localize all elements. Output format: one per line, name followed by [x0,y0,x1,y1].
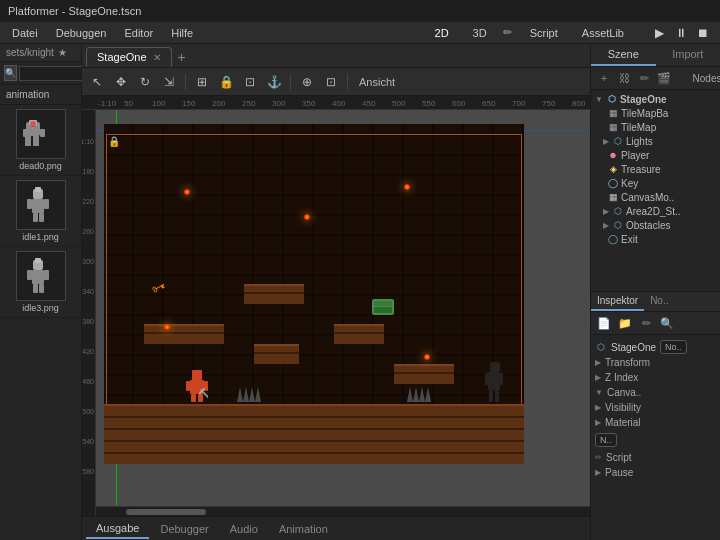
menu-hilfe[interactable]: Hilfe [163,25,201,41]
svg-rect-15 [35,258,41,263]
tab-stageone[interactable]: StageOne ✕ [86,47,172,67]
asset-label-dead0: dead0.png [19,161,62,171]
tab-add-button[interactable]: + [172,47,192,67]
tree-item-treasure[interactable]: ◈ Treasure [591,162,720,176]
pause-button[interactable]: ⏸ [672,24,690,42]
inspector-node-chip[interactable]: No.. [660,340,687,354]
tool-scale[interactable]: ⇲ [158,71,180,93]
svg-rect-64 [191,394,196,402]
inspector-folder-icon[interactable]: 📁 [616,314,634,332]
tool-select[interactable]: ↖ [86,71,108,93]
inspector-n-chip[interactable]: N.. [595,433,617,447]
tree-item-lights[interactable]: ▶ ⬡ Lights [591,134,720,148]
play-controls: ▶ ⏸ ⏹ [650,24,712,42]
svg-rect-5 [40,129,45,137]
mode-script[interactable]: Script [522,25,566,41]
menu-debuggen[interactable]: Debuggen [48,25,115,41]
bottom-tab-audio[interactable]: Audio [220,520,268,538]
asset-path: sets/knight ★ [0,44,81,62]
game-scene[interactable]: 🔒 [104,124,524,464]
asset-item-idle3[interactable]: idle3.png [0,247,81,318]
torch-3 [404,184,410,190]
toolbar-sep-3 [347,74,348,90]
shadow-figure [484,362,504,404]
tab-import[interactable]: Import [656,44,721,66]
tree-item-stageone[interactable]: ▼ ⬡ StageOne [591,92,720,106]
tree-item-tilemapba[interactable]: ▦ TileMapBa [591,106,720,120]
center-panel: StageOne ✕ + ↖ ✥ ↻ ⇲ ⊞ 🔒 ⊡ ⚓ ⊕ ⊡ Ansicht… [82,44,590,540]
horizontal-scrollbar[interactable] [96,506,590,516]
inspector-filter-icon[interactable]: 🔍 [658,314,676,332]
mode-2d[interactable]: 2D [427,25,457,41]
material-arrow: ▶ [595,418,601,427]
asset-item-dead0[interactable]: dead0.png [0,105,81,176]
tree-arrow-lights: ▶ [603,137,609,146]
svg-point-6 [30,121,36,127]
scene-tree-add[interactable]: + [595,69,613,87]
canvas-label: Canva.. [607,387,641,398]
filter-search-icon[interactable]: 🔍 [4,65,17,81]
tree-item-tilemap[interactable]: ▦ TileMap [591,120,720,134]
material-label: Material [605,417,641,428]
svg-rect-16 [32,270,44,284]
scene-tree-chain[interactable]: ⛓ [615,69,633,87]
tree-item-obstacles[interactable]: ▶ ⬡ Obstacles [591,218,720,232]
zindex-arrow: ▶ [595,373,601,382]
inspector-section-transform[interactable]: ▶ Transform [595,355,716,370]
tree-icon-player: ☻ [607,149,619,161]
asset-item-idle1[interactable]: idle1.png [0,176,81,247]
node-chip-label: No.. [665,342,682,352]
tool-rotate[interactable]: ↻ [134,71,156,93]
tree-item-key[interactable]: ◯ Key [591,176,720,190]
tool-lock[interactable]: 🔒 [215,71,237,93]
inspector-tab-inspektor[interactable]: Inspektor [591,292,644,311]
tool-snap[interactable]: ⊞ [191,71,213,93]
back-wall [104,124,524,414]
tool-group[interactable]: ⊡ [239,71,261,93]
tool-extra2[interactable]: ⊡ [320,71,342,93]
stop-button[interactable]: ⏹ [694,24,712,42]
tree-item-exit[interactable]: ◯ Exit [591,232,720,246]
tree-item-canvasmo[interactable]: ▦ CanvasMo.. [591,190,720,204]
tree-label-key: Key [621,178,638,189]
inspector-section-visibility[interactable]: ▶ Visibility [595,400,716,415]
inspector-script-icon[interactable]: ✏ [637,314,655,332]
tree-item-player[interactable]: ☻ Player [591,148,720,162]
pause-label: Pause [605,467,633,478]
svg-text:650: 650 [482,99,496,108]
inspector-file-icon[interactable]: 📄 [595,314,613,332]
tree-label-tilemap: TileMap [621,122,656,133]
svg-marker-52 [237,387,243,402]
tab-close-icon[interactable]: ✕ [153,52,161,63]
mode-3d[interactable]: 3D [465,25,495,41]
mode-assetlib[interactable]: AssetLib [574,25,632,41]
bottom-tab-debugger[interactable]: Debugger [150,520,218,538]
svg-text:580: 580 [82,468,94,475]
menu-editor[interactable]: Editor [116,25,161,41]
inspector-tab-node[interactable]: No.. [644,292,674,311]
bottom-tab-animation[interactable]: Animation [269,520,338,538]
tool-move[interactable]: ✥ [110,71,132,93]
canvas-area[interactable]: -1:10 180 220 260 300 340 380 420 460 50… [82,110,590,516]
svg-rect-73 [495,390,499,402]
tree-item-area2d[interactable]: ▶ ⬡ Area2D_St.. [591,204,720,218]
scrollbar-thumb-h[interactable] [126,509,206,515]
scene-viewport[interactable]: 🔒 [96,110,590,516]
view-label[interactable]: Ansicht [353,74,401,90]
inspector-section-zindex[interactable]: ▶ Z Index [595,370,716,385]
scene-tree-script[interactable]: ✏ [635,69,653,87]
play-button[interactable]: ▶ [650,24,668,42]
tool-extra1[interactable]: ⊕ [296,71,318,93]
tree-icon-tilemap: ▦ [607,121,619,133]
inspector-section-material[interactable]: ▶ Material [595,415,716,430]
svg-text:450: 450 [362,99,376,108]
svg-rect-10 [27,199,32,209]
tab-szene[interactable]: Szene [591,44,656,66]
inspector-section-script[interactable]: ✏ Script [595,450,716,465]
bottom-tab-ausgabe[interactable]: Ausgabe [86,519,149,539]
tool-anchor[interactable]: ⚓ [263,71,285,93]
menu-datei[interactable]: Datei [4,25,46,41]
inspector-section-pause[interactable]: ▶ Pause [595,465,716,480]
inspector-section-canvas[interactable]: ▼ Canva.. [595,385,716,400]
scene-tree-movie[interactable]: 🎬 [655,69,673,87]
